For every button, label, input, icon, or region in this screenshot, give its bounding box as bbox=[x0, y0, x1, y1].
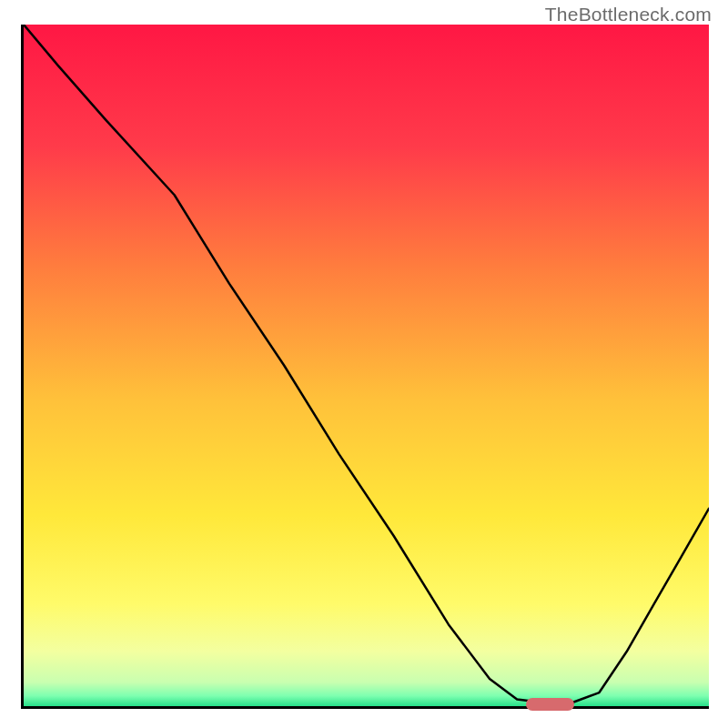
optimal-marker bbox=[526, 698, 574, 711]
plot-area bbox=[21, 25, 709, 709]
watermark-text: TheBottleneck.com bbox=[545, 4, 712, 25]
curve-line bbox=[24, 25, 709, 706]
